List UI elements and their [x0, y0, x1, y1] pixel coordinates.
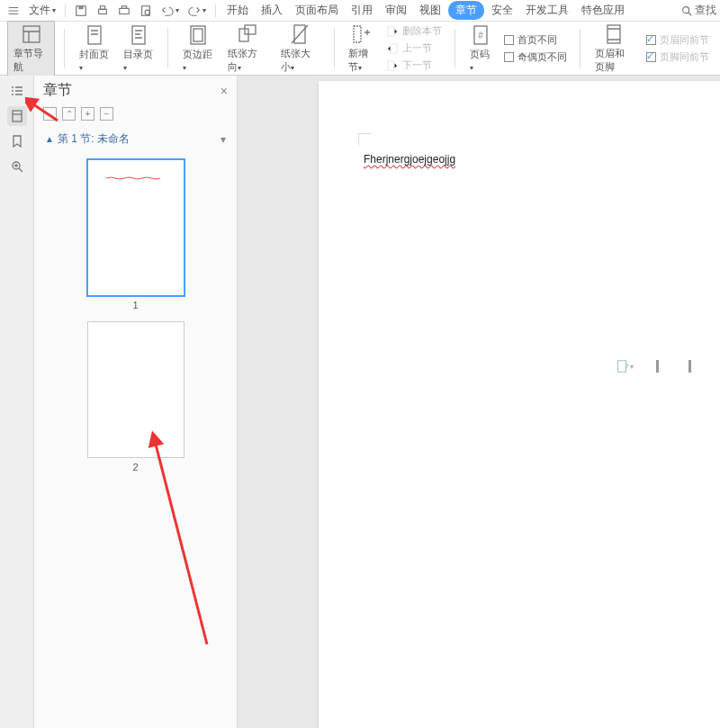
panel-toolbar: ⌄ ⌃ + − [34, 105, 237, 126]
checkbox-icon [504, 52, 514, 62]
print-preview-icon [118, 4, 130, 17]
header-same-check[interactable]: 页眉同前节 [643, 32, 713, 48]
tab-special[interactable]: 特色应用 [576, 1, 630, 20]
ribbon: 章节导航 封面页▾ 目录页▾ 页边距▾ 纸张方向▾ 纸张大小▾ 新增节 [0, 22, 720, 76]
chevron-down-icon: ▾ [630, 363, 634, 371]
margin-icon [187, 24, 209, 46]
svg-rect-14 [239, 29, 248, 41]
svg-rect-5 [122, 5, 126, 8]
outline-icon[interactable] [7, 81, 27, 101]
tab-security[interactable]: 安全 [486, 1, 518, 20]
tab-dev[interactable]: 开发工具 [520, 1, 574, 20]
svg-rect-13 [194, 29, 202, 41]
search-icon [680, 4, 693, 17]
page-number-label: 页码▾ [470, 48, 491, 72]
zoom-icon[interactable] [7, 157, 27, 176]
header-same-label: 页眉同前节 [660, 33, 709, 47]
orientation-icon [236, 23, 257, 45]
separator [454, 29, 455, 68]
next-section-button[interactable]: 下一节 [382, 58, 446, 73]
ribbon-group-pagenum: # 页码▾ 首页不同 奇偶页不同 [461, 22, 574, 74]
checkbox-icon [646, 52, 656, 62]
file-menu[interactable]: 文件▾ [25, 1, 59, 20]
page-number-icon: # [470, 24, 491, 46]
prev-section-button[interactable]: 上一节 [382, 40, 446, 56]
footer-same-check[interactable]: 页脚同前节 [643, 49, 713, 65]
expand-all-button[interactable]: ⌃ [62, 107, 76, 121]
redo-button[interactable]: ▾ [184, 3, 210, 19]
header-footer-button[interactable]: 页眉和页脚 [590, 22, 639, 76]
margin-button[interactable]: 页边距▾ [177, 22, 218, 74]
cover-button[interactable]: 封面页▾ [74, 22, 114, 74]
size-button[interactable]: 纸张大小▾ [275, 22, 325, 76]
chapter-nav-label: 章节导航 [14, 47, 49, 74]
menu-button[interactable] [4, 3, 23, 19]
new-section-icon [350, 23, 372, 45]
panel-close-button[interactable]: × [220, 84, 228, 98]
tab-view[interactable]: 视图 [414, 1, 446, 20]
cover-label: 封面页▾ [79, 48, 109, 72]
collapse-all-button[interactable]: ⌄ [43, 107, 57, 121]
svg-rect-9 [23, 26, 40, 42]
tab-insert[interactable]: 插入 [256, 1, 288, 20]
new-section-button[interactable]: 新增节▾ [343, 22, 378, 76]
separator [580, 29, 580, 68]
tab-start[interactable]: 开始 [221, 1, 254, 20]
toc-button[interactable]: 目录页▾ [118, 22, 158, 74]
remove-section-button[interactable]: − [100, 107, 113, 121]
section-menu-button[interactable]: ▾ [220, 133, 226, 146]
separator [167, 29, 168, 68]
triangle-down-icon: ▲ [45, 134, 54, 144]
add-section-button[interactable]: + [81, 107, 94, 121]
toc-label: 目录页▾ [123, 48, 153, 72]
footer-same-label: 页脚同前节 [660, 50, 709, 64]
svg-point-8 [683, 6, 689, 13]
svg-rect-18 [388, 26, 394, 36]
chapter-nav-button[interactable]: 章节导航 [7, 21, 55, 76]
orientation-button[interactable]: 纸张方向▾ [222, 22, 272, 76]
chapter-icon[interactable] [7, 106, 27, 126]
thumb-1[interactable]: 1 [87, 159, 184, 310]
search-label: 查找 [695, 3, 716, 18]
print-icon [96, 4, 109, 17]
section-row[interactable]: ▲ 第 1 节: 未命名 ▾ [34, 126, 237, 152]
tab-review[interactable]: 审阅 [380, 1, 412, 20]
thumb-num-2: 2 [132, 462, 138, 472]
svg-rect-23 [608, 25, 620, 43]
thumb-2[interactable]: 2 [87, 321, 184, 472]
workspace[interactable]: Fherjnergjoejgeojjg ▾ [238, 76, 720, 728]
svg-rect-26 [618, 361, 626, 372]
page[interactable]: Fherjnergjoejgeojjg [319, 81, 720, 728]
thumb-num-1: 1 [132, 300, 138, 310]
ribbon-group-nav: 章节导航 [4, 21, 58, 76]
menubar: 文件▾ ▾ ▾ 开始 插入 页面布局 引用 审阅 视图 章节 安全 开发工具 特… [0, 0, 720, 22]
preview-button[interactable] [136, 3, 156, 19]
margin-mark-icon [358, 133, 371, 146]
section-nav-col: 删除本节 上一节 下一节 [382, 23, 446, 73]
prev-section-label: 上一节 [402, 41, 432, 55]
same-col: 页眉同前节 页脚同前节 [643, 32, 713, 65]
first-diff-check[interactable]: 首页不同 [500, 32, 571, 48]
search-button[interactable]: 查找 [680, 3, 716, 18]
preview-icon [140, 4, 152, 17]
print-preview-button[interactable] [114, 3, 134, 19]
svg-point-7 [145, 10, 149, 14]
tab-ref[interactable]: 引用 [346, 1, 378, 20]
bookmark-icon[interactable] [7, 131, 27, 151]
ribbon-group-paper: 页边距▾ 纸张方向▾ 纸张大小▾ [174, 22, 328, 76]
print-button[interactable] [93, 3, 112, 19]
odd-even-diff-check[interactable]: 奇偶页不同 [500, 49, 571, 65]
tab-layout[interactable]: 页面布局 [290, 1, 344, 20]
page-text[interactable]: Fherjnergjoejgeojjg [364, 153, 455, 166]
save-button[interactable] [71, 3, 91, 19]
header-footer-icon [603, 23, 625, 45]
delete-section-button[interactable]: 删除本节 [382, 23, 446, 39]
insert-page-button[interactable]: ▾ [616, 357, 634, 375]
toc-icon [128, 24, 149, 46]
header-footer-label: 页眉和页脚 [595, 47, 634, 74]
undo-button[interactable]: ▾ [158, 3, 183, 19]
thumb-page-2 [87, 321, 184, 458]
delete-section-icon [386, 25, 399, 38]
page-number-button[interactable]: # 页码▾ [464, 22, 497, 74]
tab-chapter[interactable]: 章节 [448, 1, 484, 20]
